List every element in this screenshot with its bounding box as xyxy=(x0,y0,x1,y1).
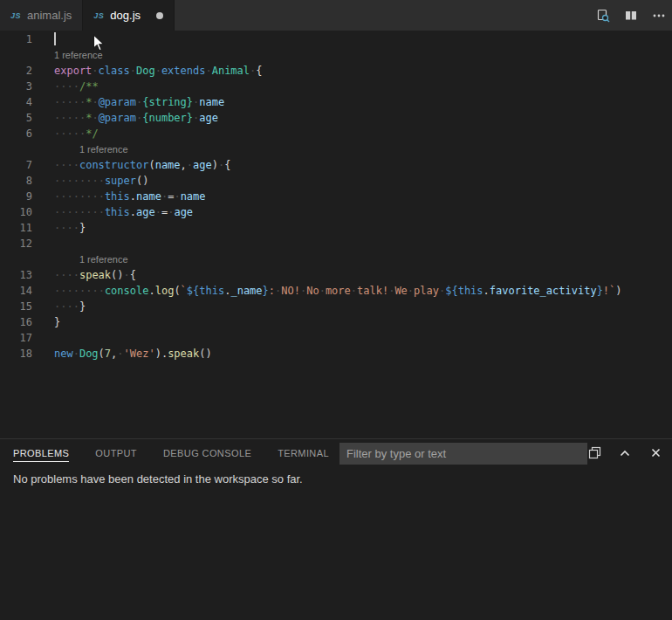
line-number: 11 xyxy=(0,220,32,236)
code-line-16[interactable]: 16} xyxy=(0,314,672,330)
line-number: 14 xyxy=(0,283,32,299)
bottom-panel: PROBLEMSOUTPUTDEBUG CONSOLETERMINAL xyxy=(0,438,672,620)
code-line-11[interactable]: 11····} xyxy=(0,220,672,236)
line-number: 10 xyxy=(0,204,32,220)
code-line-15[interactable]: 15····} xyxy=(0,299,672,314)
code-line-10[interactable]: 10········this.age·=·age xyxy=(0,204,672,220)
line-number xyxy=(0,251,32,267)
editor-tab-dog.js[interactable]: JSdog.js xyxy=(83,0,175,31)
codelens-reference[interactable]: 1 reference xyxy=(0,141,672,157)
panel-tab-output[interactable]: OUTPUT xyxy=(95,444,137,462)
code-line-12[interactable]: 12 xyxy=(0,236,672,251)
tab-label: dog.js xyxy=(110,9,141,22)
tab-bar: JSanimal.jsJSdog.js xyxy=(0,0,672,31)
line-number: 18 xyxy=(0,346,32,362)
line-number: 3 xyxy=(0,79,32,94)
line-number xyxy=(0,47,32,63)
code-line-3[interactable]: 3····/** xyxy=(0,79,672,94)
problems-message: No problems have been detected in the wo… xyxy=(0,466,672,492)
panel-header: PROBLEMSOUTPUTDEBUG CONSOLETERMINAL xyxy=(0,439,672,466)
line-number xyxy=(0,141,32,157)
line-number: 13 xyxy=(0,267,32,283)
text-cursor xyxy=(54,32,56,45)
editor-actions xyxy=(595,0,667,31)
line-number: 2 xyxy=(0,63,32,79)
code-line-17[interactable]: 17 xyxy=(0,330,672,346)
more-actions-icon[interactable] xyxy=(651,8,667,24)
codelens-reference[interactable]: 1 reference xyxy=(0,47,672,63)
panel-tab-debug-console[interactable]: DEBUG CONSOLE xyxy=(163,444,251,462)
codelens-reference[interactable]: 1 reference xyxy=(0,251,672,267)
tab-label: animal.js xyxy=(27,9,72,22)
js-file-icon: JS xyxy=(10,11,21,20)
maximize-panel-icon[interactable] xyxy=(617,445,633,461)
code-line-13[interactable]: 13····speak()·{ xyxy=(0,267,672,283)
panel-tab-terminal[interactable]: TERMINAL xyxy=(278,444,329,462)
code-line-7[interactable]: 7····constructor(name,·age)·{ xyxy=(0,157,672,173)
code-line-2[interactable]: 2export·class·Dog·extends·Animal·{ xyxy=(0,63,672,79)
panel-actions xyxy=(586,439,663,466)
line-number: 6 xyxy=(0,126,32,141)
problems-filter-input[interactable] xyxy=(339,443,587,465)
line-number: 15 xyxy=(0,299,32,314)
line-number: 5 xyxy=(0,110,32,126)
line-number: 9 xyxy=(0,189,32,204)
line-number: 7 xyxy=(0,157,32,173)
panel-tabs: PROBLEMSOUTPUTDEBUG CONSOLETERMINAL xyxy=(13,444,355,462)
js-file-icon: JS xyxy=(93,11,104,20)
code-line-4[interactable]: 4·····*·@param·{string}·name xyxy=(0,94,672,110)
code-line-14[interactable]: 14········console.log(`${this._name}:·NO… xyxy=(0,283,672,299)
editor-tab-animal.js[interactable]: JSanimal.js xyxy=(0,0,83,31)
line-number: 12 xyxy=(0,236,32,251)
collapse-all-icon[interactable] xyxy=(586,445,602,461)
panel-tab-problems[interactable]: PROBLEMS xyxy=(13,444,69,462)
search-editor-icon[interactable] xyxy=(595,8,611,24)
line-number: 8 xyxy=(0,173,32,189)
tab-bar-tabs: JSanimal.jsJSdog.js xyxy=(0,0,175,31)
split-editor-icon[interactable] xyxy=(623,8,639,24)
modified-dot-icon[interactable] xyxy=(156,12,163,19)
code-editor[interactable]: 11 reference2export·class·Dog·extends·An… xyxy=(0,31,672,438)
code-line-9[interactable]: 9········this.name·=·name xyxy=(0,189,672,204)
line-number: 16 xyxy=(0,314,32,330)
code-line-8[interactable]: 8········super() xyxy=(0,173,672,189)
line-number: 4 xyxy=(0,94,32,110)
code-line-5[interactable]: 5·····*·@param·{number}·age xyxy=(0,110,672,126)
close-panel-icon[interactable] xyxy=(648,445,663,461)
code-line-18[interactable]: 18new·Dog(7,·'Wez').speak() xyxy=(0,346,672,362)
code-line-1[interactable]: 1 xyxy=(0,31,672,47)
code-line-6[interactable]: 6·····*/ xyxy=(0,126,672,141)
line-number: 1 xyxy=(0,31,32,47)
line-number: 17 xyxy=(0,330,32,346)
